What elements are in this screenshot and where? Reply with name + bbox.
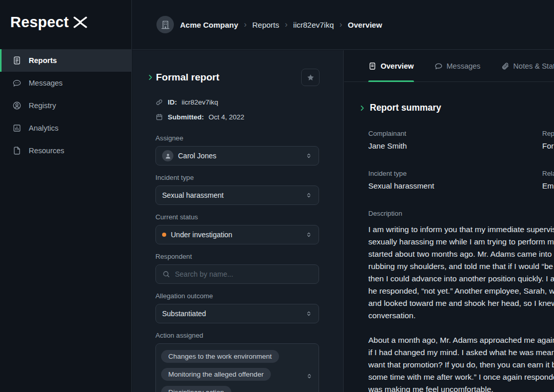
sidebar-item-analytics[interactable]: Analytics <box>0 117 131 139</box>
action-chip[interactable]: Disciplinary action <box>161 386 231 392</box>
sidebar-item-label: Registry <box>29 101 56 110</box>
description-paragraph: About a month ago, Mr. Adams approached … <box>368 334 554 392</box>
incident-type-value: Sexual harassment <box>162 191 224 199</box>
description-line: want that promotion? If you do, then you… <box>368 359 554 371</box>
description-line: rubbing my shoulders, and told me that i… <box>368 260 554 273</box>
sidebar-item-label: Resources <box>29 147 64 155</box>
respondent-search-input[interactable] <box>175 270 312 278</box>
breadcrumb-separator: › <box>285 20 287 29</box>
assignee-select[interactable]: Carol Jones <box>155 146 319 166</box>
calendar-icon <box>155 113 163 121</box>
field-label: Relationship <box>542 170 554 177</box>
sidebar-item-reports[interactable]: Reports <box>0 49 131 72</box>
summary-title: Report summary <box>370 102 441 113</box>
description-line: some time with me after work.” I once ag… <box>368 371 554 383</box>
tab-overview[interactable]: Overview <box>368 50 414 81</box>
sidebar-item-label: Messages <box>29 79 63 87</box>
chevron-right-icon[interactable] <box>359 105 366 112</box>
report-submitted-row: Submitted: Oct 4, 2022 <box>155 113 320 121</box>
description-line: if I had changed my mind. I asked what h… <box>368 346 554 359</box>
sidebar-item-resources[interactable]: Resources <box>0 139 131 162</box>
star-icon <box>306 73 315 82</box>
breadcrumb-separator: › <box>244 20 246 29</box>
field-value: Sexual harassment <box>368 181 542 190</box>
link-icon <box>155 98 163 106</box>
breadcrumb-report-id[interactable]: iicr82ev7ikq <box>293 20 334 29</box>
status-dot <box>162 233 166 237</box>
report-id-value: iicr82ev7ikq <box>182 98 218 106</box>
chevron-up-down-icon <box>305 152 312 159</box>
chevron-up-down-icon <box>305 231 312 238</box>
tab-notes-statements[interactable]: Notes & Statements <box>501 50 554 81</box>
submitted-value: Oct 4, 2022 <box>209 113 245 121</box>
submitted-label: Submitted: <box>168 113 204 121</box>
allegation-outcome-select[interactable]: Substantiated <box>155 304 319 323</box>
field-value: Jane Smith <box>368 141 542 150</box>
company-avatar <box>156 16 174 33</box>
chevron-up-down-icon <box>305 192 312 199</box>
respondent-label: Respondent <box>155 253 320 260</box>
chevron-right-icon[interactable] <box>147 74 154 81</box>
description-line: sexually harassing me while I am trying … <box>368 236 554 248</box>
current-status-select[interactable]: Under investigation <box>155 225 319 244</box>
breadcrumb-page: Overview <box>348 20 382 29</box>
tab-messages[interactable]: Messages <box>434 50 481 81</box>
resources-icon <box>12 146 22 155</box>
messages-tab-icon <box>434 62 443 70</box>
app-logo[interactable]: Respect <box>0 0 131 31</box>
description-line: I am writing to inform you that my immed… <box>368 223 554 236</box>
overview-tab-icon <box>368 62 377 70</box>
report-id-row: ID: iicr82ev7ikq <box>155 98 320 106</box>
summary-fields: Complainant Jane Smith Report type Forma… <box>368 130 554 190</box>
description-line: he responded, “not yet.” Another employe… <box>368 285 554 297</box>
description-paragraph: I am writing to inform you that my immed… <box>368 223 554 322</box>
assignee-value: Carol Jones <box>178 152 216 160</box>
current-status-label: Current status <box>155 213 320 221</box>
incident-type-label: Incident type <box>155 174 320 181</box>
analytics-icon <box>12 123 22 133</box>
topbar: Acme Company › Reports › iicr82ev7ikq › … <box>132 0 554 50</box>
favorite-button[interactable] <box>301 69 320 86</box>
incident-type-select[interactable]: Sexual harassment <box>155 185 319 205</box>
search-icon <box>162 270 170 278</box>
sidebar-item-label: Reports <box>29 56 57 65</box>
sidebar: Respect Reports Messages <box>0 0 132 392</box>
action-assigned-multiselect[interactable]: Changes to the work environment Monitori… <box>155 343 319 392</box>
description-line: started about two months ago. Mr. Adams … <box>368 248 554 260</box>
description-section: Description I am writing to inform you t… <box>368 210 554 392</box>
description-line: and looked toward me and shook her head,… <box>368 297 554 310</box>
sidebar-item-registry[interactable]: Registry <box>0 94 131 117</box>
reports-icon <box>12 56 22 65</box>
breadcrumb-company[interactable]: Acme Company <box>180 20 238 29</box>
report-details-panel: Formal report ID: iicr82ev7ikq Submitted… <box>132 50 344 392</box>
sidebar-nav: Reports Messages Registry <box>0 49 131 162</box>
tab-label: Notes & Statements <box>513 62 554 70</box>
description-label: Description <box>368 210 554 217</box>
logo-x-icon <box>73 16 87 28</box>
field-relationship: Relationship Employee <box>542 170 554 190</box>
field-value: Formal <box>542 141 554 150</box>
chevron-up-down-icon <box>305 310 312 317</box>
action-chip[interactable]: Changes to the work environment <box>161 350 279 363</box>
report-id-label: ID: <box>168 98 177 106</box>
chevron-up-down-icon <box>306 373 313 380</box>
allegation-outcome-label: Allegation outcome <box>155 292 320 300</box>
sidebar-item-label: Analytics <box>29 124 58 132</box>
description-line: About a month ago, Mr. Adams approached … <box>368 334 554 346</box>
respondent-search[interactable] <box>155 264 319 284</box>
current-status-value: Under investigation <box>171 231 232 239</box>
messages-icon <box>12 78 22 88</box>
report-title: Formal report <box>156 72 220 83</box>
allegation-outcome-value: Substantiated <box>162 310 206 318</box>
description-line: then I could advance into another positi… <box>368 273 554 285</box>
field-report-type: Report type Formal <box>542 130 554 150</box>
action-chip[interactable]: Monitoring the alleged offender <box>161 368 271 381</box>
paperclip-icon <box>501 62 509 70</box>
field-label: Complainant <box>368 130 542 137</box>
tabbar: Overview Messages Notes & Statements <box>344 50 554 82</box>
sidebar-item-messages[interactable]: Messages <box>0 72 131 94</box>
breadcrumb-reports[interactable]: Reports <box>252 20 280 29</box>
action-assigned-label: Action assigned <box>155 332 320 339</box>
field-label: Report type <box>542 130 554 137</box>
description-line: conversation. <box>368 310 554 322</box>
